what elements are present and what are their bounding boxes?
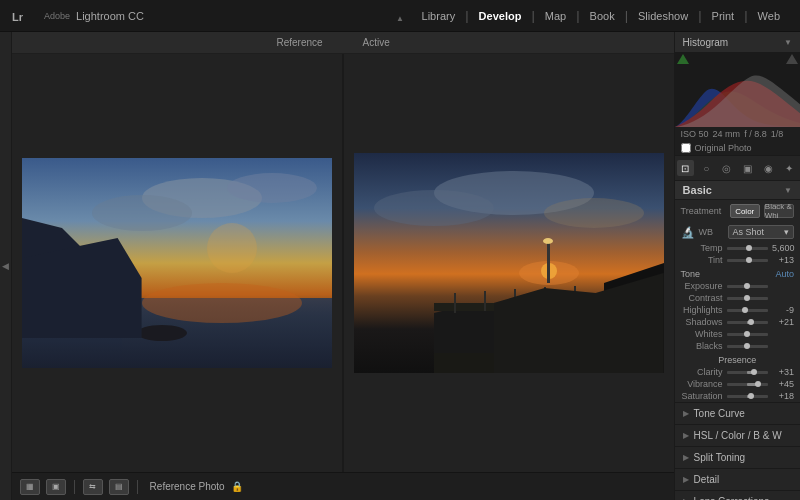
whites-slider-track[interactable] <box>727 333 768 336</box>
nav-slideshow[interactable]: Slideshow <box>628 0 698 32</box>
presence-label: Presence <box>675 352 800 366</box>
svg-point-9 <box>137 325 187 341</box>
histogram-header[interactable]: Histogram ▼ <box>675 32 800 52</box>
gradfilter-tool[interactable]: ▣ <box>739 160 757 176</box>
tint-slider-row: Tint +13 <box>675 254 800 266</box>
nav-book[interactable]: Book <box>580 0 625 32</box>
tone-label: Tone <box>681 269 701 279</box>
redeye-tool[interactable]: ◎ <box>718 160 736 176</box>
nav-map[interactable]: Map <box>535 0 576 32</box>
hsl-header[interactable]: ▶ HSL / Color / B & W <box>675 425 800 446</box>
shadows-label: Shadows <box>681 317 723 327</box>
app-name: Lightroom CC <box>76 10 144 22</box>
highlights-slider-track[interactable] <box>727 309 768 312</box>
crop-tool[interactable]: ⊡ <box>677 160 695 176</box>
active-photo-image <box>354 153 664 373</box>
toolbar-icon-3[interactable]: ⇆ <box>83 479 103 495</box>
basic-section-header[interactable]: Basic ▼ <box>675 181 800 200</box>
highlights-value: -9 <box>772 305 794 315</box>
svg-point-8 <box>142 283 302 323</box>
clarity-slider-track[interactable] <box>727 371 768 374</box>
detail-arrow: ▶ <box>683 475 689 484</box>
svg-point-25 <box>543 238 553 244</box>
tool-icons-row: ⊡ ○ ◎ ▣ ◉ ✦ <box>675 156 800 181</box>
temp-slider-track[interactable] <box>727 247 768 250</box>
vibrance-label: Vibrance <box>681 379 723 389</box>
svg-point-13 <box>374 190 494 226</box>
wb-value: As Shot <box>733 227 765 237</box>
tint-value: +13 <box>772 255 794 265</box>
wb-label: WB <box>699 227 724 237</box>
wb-dropdown[interactable]: As Shot ▾ <box>728 225 794 239</box>
shadows-slider-track[interactable] <box>727 321 768 324</box>
toolbar-icon-4[interactable]: ▤ <box>109 479 129 495</box>
tint-label: Tint <box>681 255 723 265</box>
brush-tool[interactable]: ✦ <box>780 160 798 176</box>
bw-treatment-btn[interactable]: Black & Whi <box>764 204 794 218</box>
tone-auto[interactable]: Auto <box>775 269 794 279</box>
svg-point-5 <box>92 195 192 231</box>
svg-rect-27 <box>434 353 564 373</box>
nav-library[interactable]: Library <box>412 0 466 32</box>
svg-point-14 <box>544 198 644 228</box>
lens-corrections-title: Lens Corrections <box>694 496 770 500</box>
exposure-label: Exposure <box>681 281 723 291</box>
tone-curve-header[interactable]: ▶ Tone Curve <box>675 403 800 424</box>
saturation-value: +18 <box>772 391 794 401</box>
blacks-slider-track[interactable] <box>727 345 768 348</box>
exposure-slider-track[interactable] <box>727 285 768 288</box>
whites-label: Whites <box>681 329 723 339</box>
contrast-slider-row: Contrast <box>675 292 800 304</box>
exposure-slider-row: Exposure <box>675 280 800 292</box>
hist-shutter: 1/8 <box>771 129 784 139</box>
lens-corrections-section: ▶ Lens Corrections <box>675 490 800 500</box>
toolbar-icon-2[interactable]: ▣ <box>46 479 66 495</box>
svg-rect-19 <box>454 293 456 313</box>
radfilter-tool[interactable]: ◉ <box>760 160 778 176</box>
nav-print[interactable]: Print <box>702 0 745 32</box>
toolbar-icon-1[interactable]: ▦ <box>20 479 40 495</box>
clarity-slider-row: Clarity +31 <box>675 366 800 378</box>
nav-web[interactable]: Web <box>748 0 790 32</box>
photo-header: Reference Active <box>12 32 674 54</box>
reference-photo-image <box>22 158 332 368</box>
split-toning-header[interactable]: ▶ Split Toning <box>675 447 800 468</box>
wb-row: 🔬 WB As Shot ▾ <box>675 222 800 242</box>
split-toning-title: Split Toning <box>694 452 746 463</box>
color-treatment-btn[interactable]: Color <box>730 204 760 218</box>
svg-text:Lr: Lr <box>12 11 24 23</box>
toolbar-divider-1 <box>74 480 75 494</box>
blacks-slider-row: Blacks <box>675 340 800 352</box>
lock-icon[interactable]: 🔒 <box>231 481 243 492</box>
split-toning-arrow: ▶ <box>683 453 689 462</box>
hsl-section: ▶ HSL / Color / B & W <box>675 424 800 446</box>
lens-corrections-header[interactable]: ▶ Lens Corrections <box>675 491 800 500</box>
eyedropper-icon[interactable]: 🔬 <box>681 224 695 240</box>
left-panel[interactable]: ◀ <box>0 32 12 500</box>
tone-curve-title: Tone Curve <box>694 408 745 419</box>
reference-photo-panel <box>12 54 344 472</box>
orig-photo-text: Original Photo <box>695 143 752 153</box>
histogram-canvas <box>675 52 800 127</box>
tint-slider-track[interactable] <box>727 259 768 262</box>
orig-photo-checkbox[interactable] <box>681 143 691 153</box>
hist-focal: 24 mm <box>713 129 741 139</box>
basic-arrow: ▼ <box>784 186 792 195</box>
svg-rect-20 <box>484 291 486 311</box>
nav-develop[interactable]: Develop <box>469 0 532 32</box>
contrast-slider-track[interactable] <box>727 297 768 300</box>
left-panel-arrow: ◀ <box>0 261 10 271</box>
spot-removal-tool[interactable]: ○ <box>697 160 715 176</box>
svg-rect-18 <box>434 303 634 311</box>
highlights-label: Highlights <box>681 305 723 315</box>
photos-area <box>12 54 674 472</box>
tone-curve-arrow: ▶ <box>683 409 689 418</box>
saturation-slider-track[interactable] <box>727 395 768 398</box>
tone-section: Tone Auto <box>675 266 800 280</box>
detail-header[interactable]: ▶ Detail <box>675 469 800 490</box>
histogram-title: Histogram <box>683 37 729 48</box>
saturation-label: Saturation <box>681 391 723 401</box>
histogram-arrow: ▼ <box>784 38 792 47</box>
vibrance-slider-track[interactable] <box>727 383 768 386</box>
tone-curve-section: ▶ Tone Curve <box>675 402 800 424</box>
